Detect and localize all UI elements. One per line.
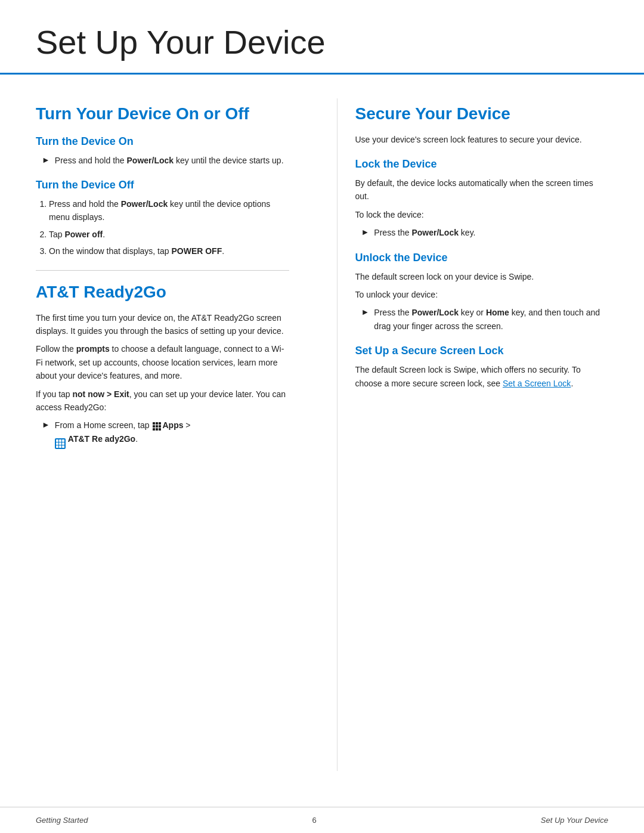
att-ready2go-icon	[55, 438, 66, 449]
subsection-turn-on-heading: Turn the Device On	[36, 135, 289, 148]
arrow-icon-4: ►	[361, 307, 370, 317]
att-d6	[62, 442, 64, 445]
section-secure-heading: Secure Your Device	[355, 104, 609, 123]
unlock-bullet-text: Press the Power/Lock key or Home key, an…	[374, 306, 608, 333]
set-screen-lock-link[interactable]: Set a Screen Lock	[503, 379, 571, 388]
page-header: Set Up Your Device	[0, 0, 644, 75]
att-d9	[62, 445, 64, 448]
apps-dot-9	[159, 428, 161, 431]
home-key-bold: Home	[486, 308, 509, 317]
att-d3	[62, 439, 64, 442]
arrow-icon-3: ►	[361, 227, 370, 237]
att-d2	[59, 439, 61, 442]
not-now-bold: not now > Exit	[72, 389, 129, 399]
att-d4	[56, 442, 58, 445]
att-d8	[59, 445, 61, 448]
apps-dot-1	[153, 422, 155, 425]
page: Set Up Your Device Turn Your Device On o…	[0, 0, 644, 833]
power-lock-bold-4: Power/Lock	[411, 308, 459, 317]
footer-right-text: Set Up Your Device	[541, 816, 608, 825]
turn-off-step-3: On the window that displays, tap POWER O…	[49, 244, 289, 258]
power-off-bold: Power off	[64, 230, 103, 239]
section-att-ready2go-heading: AT&T Ready2Go	[36, 283, 289, 302]
footer-left-text: Getting Started	[36, 816, 88, 825]
arrow-icon: ►	[42, 155, 50, 165]
apps-dot-5	[156, 425, 158, 428]
page-title: Set Up Your Device	[36, 24, 608, 61]
apps-dot-7	[153, 428, 155, 431]
turn-on-text: Press and hold the Power/Lock key until …	[55, 154, 284, 167]
att-d1	[56, 439, 58, 442]
att-bullet-text: From a Home screen, tap Apps >	[55, 419, 191, 448]
apps-bold: Apps	[162, 420, 183, 430]
section-divider-1	[36, 270, 289, 271]
att-para-3: If you tap not now > Exit, you can set u…	[36, 388, 289, 414]
subsection-unlock-heading: Unlock the Device	[355, 252, 609, 264]
power-lock-bold-1: Power/Lock	[127, 156, 174, 165]
right-column: Secure Your Device Use your device's scr…	[337, 98, 609, 771]
att-icon-box	[55, 438, 66, 449]
content-area: Turn Your Device On or Off Turn the Devi…	[0, 75, 644, 807]
att-para-1: The first time you turn your device on, …	[36, 311, 289, 338]
power-off-caps-bold: POWER OFF	[171, 246, 222, 256]
subsection-secure-lock-heading: Set Up a Secure Screen Lock	[355, 345, 609, 357]
apps-dot-3	[159, 422, 161, 425]
apps-dot-6	[159, 425, 161, 428]
subsection-lock-heading: Lock the Device	[355, 158, 609, 171]
att-d7	[56, 445, 58, 448]
att-icon-inner	[56, 439, 64, 448]
secure-lock-text-after: .	[571, 379, 573, 388]
footer-page-number: 6	[312, 816, 317, 825]
subsection-turn-off-heading: Turn the Device Off	[36, 179, 289, 191]
section-turn-on-off-heading: Turn Your Device On or Off	[36, 104, 289, 123]
apps-dot-4	[153, 425, 155, 428]
apps-icon	[153, 422, 161, 431]
unlock-para-1: The default screen lock on your device i…	[355, 270, 609, 283]
turn-off-step-2: Tap Power off.	[49, 228, 289, 241]
arrow-icon-2: ►	[42, 420, 50, 429]
power-lock-bold-3: Power/Lock	[411, 228, 459, 237]
turn-off-step-1: Press and hold the Power/Lock key until …	[49, 197, 289, 224]
prompts-bold: prompts	[76, 344, 110, 354]
lock-bullet-text: Press the Power/Lock key.	[374, 226, 475, 239]
lock-para-1: By default, the device locks automatical…	[355, 176, 609, 203]
lock-bullet: ► Press the Power/Lock key.	[361, 226, 609, 239]
apps-dot-2	[156, 422, 158, 425]
power-lock-bold-2: Power/Lock	[121, 199, 168, 209]
unlock-bullet: ► Press the Power/Lock key or Home key, …	[361, 306, 609, 333]
page-footer: Getting Started 6 Set Up Your Device	[0, 807, 644, 833]
unlock-para-2: To unlock your device:	[355, 288, 609, 301]
att-bullet: ► From a Home screen, tap Apps >	[42, 419, 289, 448]
secure-lock-para: The default Screen lock is Swipe, which …	[355, 363, 609, 390]
att-para-2: Follow the prompts to choose a default l…	[36, 342, 289, 382]
left-column: Turn Your Device On or Off Turn the Devi…	[36, 98, 307, 771]
lock-para-2: To lock the device:	[355, 208, 609, 221]
turn-off-list: Press and hold the Power/Lock key until …	[36, 197, 289, 258]
att-ready2go-text: AT&T Re ady2Go	[68, 434, 135, 444]
att-d5	[59, 442, 61, 445]
apps-dot-8	[156, 428, 158, 431]
secure-intro: Use your device's screen lock features t…	[355, 133, 609, 146]
turn-on-bullet: ► Press and hold the Power/Lock key unti…	[42, 154, 289, 167]
